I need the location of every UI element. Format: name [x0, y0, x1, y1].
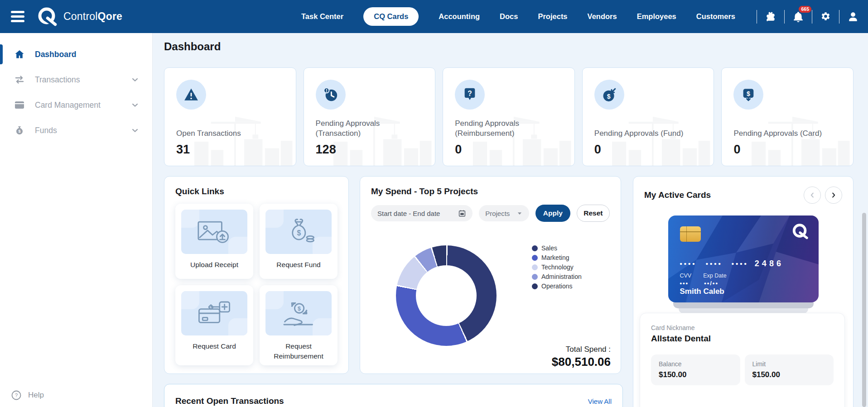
apply-button[interactable]: Apply	[535, 205, 570, 222]
stat-card-pending-transaction[interactable]: Pending Approvals (Transaction) 128	[304, 67, 436, 166]
nav-cq-cards[interactable]: CQ Cards	[363, 7, 419, 26]
nav-projects[interactable]: Projects	[538, 12, 567, 21]
help-link[interactable]: ? Help	[11, 390, 44, 401]
sidebar-item-funds[interactable]: $ Funds	[0, 118, 152, 143]
main-content: Dashboard Open Transactions 31 Pending A…	[153, 33, 868, 407]
stat-value: 0	[733, 143, 841, 157]
sidebar-item-card-management[interactable]: Card Management	[0, 92, 152, 118]
card-number-mask: •••• •••• ••••	[680, 260, 748, 268]
topbar: ControlQore Task Center CQ Cards Account…	[0, 0, 868, 33]
legend-item: Technology	[532, 263, 582, 271]
card-nickname-value: Allstate Dental	[651, 334, 834, 344]
my-spend-title: My Spend - Top 5 Projects	[371, 187, 610, 196]
total-spend-value: $80,510.06	[552, 355, 611, 369]
vertical-scrollbar-thumb[interactable]	[862, 213, 866, 407]
date-range-input[interactable]: Start date - End date	[371, 205, 473, 221]
stat-label: Pending Approvals (Card)	[733, 117, 838, 139]
quick-links-panel: Quick Links Upload Receipt $ Request Fun…	[164, 176, 349, 374]
legend-dot	[532, 255, 538, 261]
sidebar-item-transactions[interactable]: Transactions	[0, 67, 152, 92]
card-q-logo-icon	[790, 222, 810, 243]
rewards-icon[interactable]	[763, 9, 778, 24]
card-last4: 2486	[755, 259, 784, 268]
request-reimbursement-icon: $	[265, 291, 332, 335]
notification-count-badge: 665	[799, 6, 811, 13]
legend-label: Technology	[541, 263, 574, 271]
limit-box: Limit $150.00	[745, 354, 834, 385]
chart-legend: Sales Marketing Technology Administratio…	[532, 244, 582, 290]
stat-value: 128	[316, 143, 424, 157]
help-label: Help	[28, 391, 44, 400]
nav-employees[interactable]: Employees	[637, 12, 676, 21]
carousel-prev-button[interactable]	[804, 187, 821, 204]
stat-value: 31	[176, 143, 284, 157]
quick-link-request-fund[interactable]: $ Request Fund	[260, 204, 338, 279]
stat-value: 0	[594, 143, 702, 157]
my-active-cards-title: My Active Cards	[644, 190, 711, 200]
sidebar-item-label: Card Management	[35, 101, 101, 110]
reset-button[interactable]: Reset	[577, 205, 610, 222]
cvv-mask: •••	[680, 280, 689, 287]
projects-select[interactable]: Projects	[479, 205, 529, 221]
donut-chart	[396, 245, 497, 346]
hamburger-menu-icon[interactable]	[8, 8, 27, 25]
sidebar-item-dashboard[interactable]: Dashboard	[0, 42, 152, 67]
nav-customers[interactable]: Customers	[696, 12, 735, 21]
chevron-down-icon	[130, 75, 140, 84]
stat-card-open-transactions[interactable]: Open Transactions 31	[164, 67, 296, 166]
chevron-down-icon	[130, 101, 140, 110]
settings-gear-icon[interactable]	[818, 9, 833, 24]
legend-label: Operations	[541, 283, 572, 290]
nav-accounting[interactable]: Accounting	[439, 12, 480, 21]
request-card-icon	[181, 291, 247, 335]
stat-cards-row: Open Transactions 31 Pending Approvals (…	[164, 67, 854, 166]
fund-coin-arrow-icon: $	[594, 80, 624, 110]
svg-text:?: ?	[15, 393, 18, 398]
legend-item: Sales	[532, 244, 582, 252]
legend-item: Marketing	[532, 254, 582, 261]
question-bubble-icon: ?	[455, 80, 485, 110]
quick-link-label: Request Card	[193, 341, 236, 351]
nav-task-center[interactable]: Task Center	[301, 12, 343, 21]
donut-hole	[416, 265, 477, 326]
limit-value: $150.00	[752, 370, 826, 379]
top-navigation: Task Center CQ Cards Accounting Docs Pro…	[301, 7, 735, 26]
profile-user-icon[interactable]	[845, 9, 861, 24]
separator	[784, 10, 785, 24]
help-question-icon: ?	[11, 390, 22, 401]
stat-card-pending-card[interactable]: $ Pending Approvals (Card) 0	[721, 67, 854, 166]
separator	[839, 10, 839, 24]
quick-links-title: Quick Links	[175, 187, 338, 196]
limit-label: Limit	[752, 360, 826, 368]
quick-link-request-card[interactable]: Request Card	[175, 285, 253, 365]
legend-item: Administration	[532, 273, 582, 280]
legend-item: Operations	[532, 283, 582, 290]
stat-card-pending-reimbursement[interactable]: ? Pending Approvals (Reimbursement) 0	[443, 67, 575, 166]
nav-vendors[interactable]: Vendors	[588, 12, 617, 21]
stat-label: Pending Approvals (Transaction)	[316, 117, 420, 139]
credit-card-icon	[14, 100, 25, 110]
quick-link-upload-receipt[interactable]: Upload Receipt	[175, 204, 253, 279]
nav-docs[interactable]: Docs	[500, 12, 518, 21]
notifications-bell-icon[interactable]: 665	[791, 9, 806, 24]
stat-card-pending-fund[interactable]: $ Pending Approvals (Fund) 0	[582, 67, 714, 166]
chevron-down-icon	[130, 126, 140, 135]
legend-dot	[532, 264, 538, 270]
credit-card-visual: •••• •••• •••• 2486 CVV Exp Date ••• ••/…	[668, 215, 819, 302]
view-all-link[interactable]: View All	[588, 397, 612, 405]
svg-text:?: ?	[468, 90, 472, 97]
brand-logo[interactable]: ControlQore	[35, 5, 122, 29]
card-number: •••• •••• •••• 2486	[680, 259, 784, 268]
projects-placeholder: Projects	[485, 210, 510, 217]
svg-text:$: $	[298, 306, 301, 312]
svg-text:$: $	[607, 93, 610, 100]
q-logo-icon	[35, 5, 59, 29]
stat-value: 0	[455, 143, 563, 157]
home-icon	[14, 49, 25, 60]
carousel-next-button[interactable]	[825, 187, 842, 204]
quick-link-request-reimbursement[interactable]: $ Request Reimbursement	[260, 285, 338, 365]
sidebar-item-label: Dashboard	[35, 50, 76, 59]
page-title: Dashboard	[164, 40, 221, 53]
stat-label: Pending Approvals (Reimbursement)	[455, 117, 559, 139]
transactions-arrows-icon	[14, 74, 25, 85]
